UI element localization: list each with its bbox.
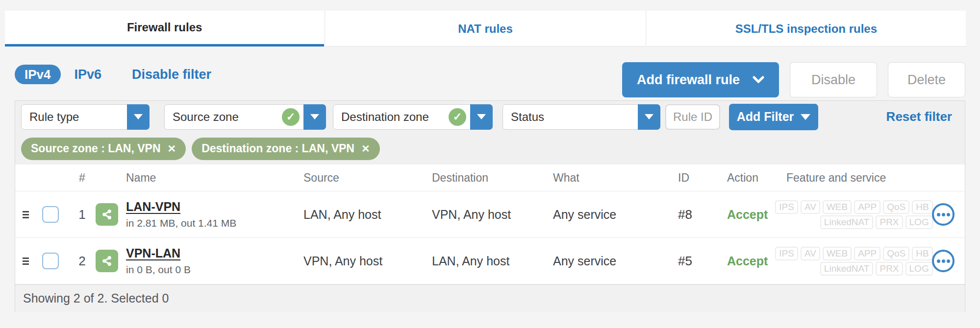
badge-linkednat: LinkedNAT <box>820 215 874 229</box>
rule-type-dropdown-label: Rule type <box>22 110 127 124</box>
dropdown-arrow-icon <box>801 114 810 120</box>
header-feature-and-service: Feature and service <box>786 171 922 185</box>
dropdown-arrow-icon[interactable] <box>303 104 326 130</box>
badge-web: WEB <box>823 200 852 214</box>
rules-panel: Rule type Source zone ✓ Destination zone… <box>15 100 965 312</box>
badge-app: APP <box>854 247 880 260</box>
rule-traffic-stats: in 2.81 MB, out 1.41 MB <box>126 217 236 229</box>
rule-name-link[interactable]: VPN-LAN <box>126 246 191 260</box>
badge-app: APP <box>854 200 880 214</box>
badge-qos: QoS <box>883 247 909 260</box>
rule-source: LAN, Any host <box>303 208 432 222</box>
share-icon <box>100 254 114 268</box>
add-filter-label: Add Filter <box>737 110 794 124</box>
rule-share-icon[interactable] <box>96 203 118 226</box>
source-zone-dropdown-label: Source zone <box>165 110 282 124</box>
destination-zone-dropdown[interactable]: Destination zone ✓ <box>333 104 493 130</box>
header-destination: Destination <box>432 171 553 185</box>
rule-type-dropdown[interactable]: Rule type <box>21 104 150 130</box>
rule-destination: LAN, Any host <box>432 254 553 268</box>
active-filter-chips: Source zone : LAN, VPN ✕ Destination zon… <box>15 133 965 164</box>
rule-what: Any service <box>553 208 678 222</box>
rule-source: VPN, Any host <box>303 254 432 268</box>
table-row: 1 LAN-VPN in 2.81 MB, out 1.41 MB LAN, A… <box>15 191 965 238</box>
row-checkbox[interactable] <box>42 206 59 223</box>
filter-chip-label: Destination zone : LAN, VPN <box>201 142 354 155</box>
filter-applied-check-icon: ✓ <box>449 108 466 126</box>
dropdown-arrow-icon[interactable] <box>470 104 493 130</box>
badge-av: AV <box>801 247 820 260</box>
filter-bar: Rule type Source zone ✓ Destination zone… <box>15 101 965 133</box>
row-number: 1 <box>69 207 96 222</box>
showing-summary: Showing 2 of 2. Selected 0 <box>23 291 169 305</box>
remove-filter-icon[interactable]: ✕ <box>361 143 370 155</box>
header-number: # <box>69 171 96 185</box>
tab-bar: Firewall rules NAT rules SSL/TLS inspect… <box>5 11 966 47</box>
share-icon <box>100 208 114 221</box>
badge-av: AV <box>801 200 820 214</box>
row-menu-ellipsis-icon[interactable] <box>932 250 955 272</box>
feature-badges: IPS AV WEB APP QoS HB LinkedNAT PRX LOG <box>786 247 922 276</box>
filter-applied-check-icon: ✓ <box>282 108 300 126</box>
header-what: What <box>553 171 678 185</box>
remove-filter-icon[interactable]: ✕ <box>168 143 176 155</box>
drag-handle-icon[interactable] <box>15 258 32 265</box>
status-dropdown[interactable]: Status <box>503 104 660 130</box>
rule-id: #5 <box>678 254 727 269</box>
ip-version-switcher: IPv4 IPv6 Disable filter <box>15 64 211 85</box>
filter-chip-label: Source zone : LAN, VPN <box>31 142 161 155</box>
rule-what: Any service <box>553 254 678 268</box>
badge-ips: IPS <box>775 200 798 214</box>
table-header: # Name Source Destination What ID Action… <box>15 164 965 191</box>
rule-id: #8 <box>678 207 727 222</box>
tab-nat-rules[interactable]: NAT rules <box>326 11 645 47</box>
reset-filter-link[interactable]: Reset filter <box>886 109 952 124</box>
chevron-down-icon <box>753 76 764 84</box>
badge-linkednat: LinkedNAT <box>820 262 874 276</box>
tab-firewall-rules[interactable]: Firewall rules <box>5 11 324 47</box>
toolbar-actions: Add firewall rule Disable Delete <box>622 62 965 97</box>
add-firewall-rule-label: Add firewall rule <box>637 72 740 88</box>
add-filter-button[interactable]: Add Filter <box>729 104 818 130</box>
feature-badges: IPS AV WEB APP QoS HB LinkedNAT PRX LOG <box>786 200 922 229</box>
badge-prx: PRX <box>876 262 903 276</box>
rule-share-icon[interactable] <box>96 250 118 272</box>
disable-button[interactable]: Disable <box>790 62 877 97</box>
badge-web: WEB <box>823 247 852 260</box>
badge-ips: IPS <box>775 247 798 260</box>
source-zone-dropdown[interactable]: Source zone ✓ <box>164 104 326 130</box>
row-number: 2 <box>69 254 96 269</box>
add-firewall-rule-button[interactable]: Add firewall rule <box>622 62 779 97</box>
destination-zone-dropdown-label: Destination zone <box>333 110 449 124</box>
header-action: Action <box>727 171 786 185</box>
ipv6-toggle[interactable]: IPv6 <box>75 67 102 82</box>
header-id: ID <box>678 171 727 185</box>
disable-filter-link[interactable]: Disable filter <box>132 67 211 82</box>
dropdown-arrow-icon[interactable] <box>638 104 660 130</box>
filter-chip-source-zone[interactable]: Source zone : LAN, VPN ✕ <box>21 138 186 160</box>
filter-chip-destination-zone[interactable]: Destination zone : LAN, VPN ✕ <box>192 138 379 160</box>
badge-qos: QoS <box>883 200 909 214</box>
rule-name-link[interactable]: LAN-VPN <box>126 200 236 214</box>
table-row: 2 VPN-LAN in 0 B, out 0 B VPN, Any host … <box>15 238 965 284</box>
badge-prx: PRX <box>876 215 903 229</box>
header-source: Source <box>303 171 432 185</box>
dropdown-arrow-icon[interactable] <box>127 104 150 130</box>
ipv4-toggle[interactable]: IPv4 <box>15 65 61 84</box>
row-menu-ellipsis-icon[interactable] <box>932 203 955 226</box>
toolbar: IPv4 IPv6 Disable filter Add firewall ru… <box>15 62 965 97</box>
row-checkbox[interactable] <box>42 253 59 269</box>
drag-handle-icon[interactable] <box>15 211 32 218</box>
header-name: Name <box>96 171 303 185</box>
tab-ssl-tls-inspection-rules[interactable]: SSL/TLS inspection rules <box>647 11 966 47</box>
rule-destination: VPN, Any host <box>432 208 553 222</box>
rule-id-input[interactable] <box>665 104 720 130</box>
delete-button[interactable]: Delete <box>888 62 965 97</box>
rule-traffic-stats: in 0 B, out 0 B <box>126 264 191 276</box>
status-dropdown-label: Status <box>503 110 638 124</box>
table-footer: Showing 2 of 2. Selected 0 <box>15 284 965 312</box>
